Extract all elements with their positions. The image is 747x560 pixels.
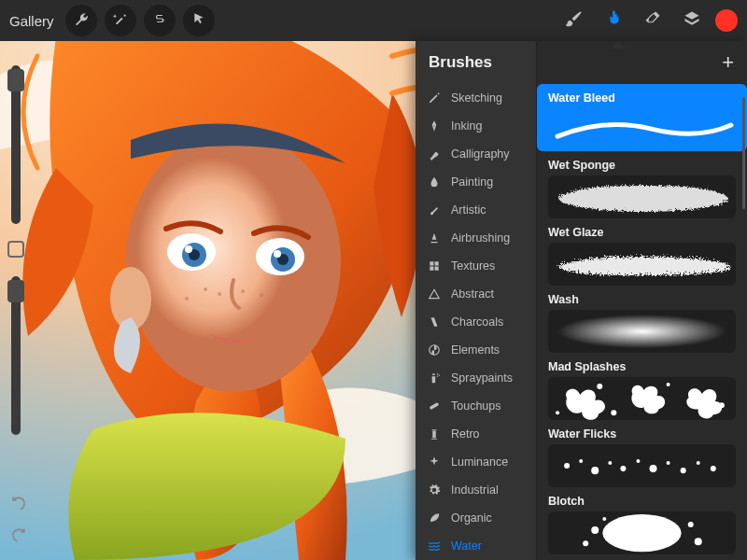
brush-name: Water Bleed (548, 91, 736, 105)
modify-button[interactable] (7, 241, 24, 258)
sparkle-icon (427, 455, 442, 469)
category-touchups[interactable]: Touchups (416, 392, 536, 420)
undo-icon (9, 495, 28, 517)
svg-point-42 (583, 540, 588, 546)
undo-button[interactable] (6, 493, 32, 519)
brush-water-flicks[interactable]: Water Flicks (537, 420, 747, 487)
svg-point-39 (591, 526, 599, 534)
svg-point-26 (556, 411, 559, 414)
svg-point-34 (667, 461, 670, 465)
category-retro[interactable]: Retro (416, 420, 536, 448)
scrollbar[interactable] (742, 97, 745, 209)
svg-point-43 (602, 517, 606, 521)
svg-point-9 (274, 250, 281, 258)
brush-name: Water Flicks (548, 427, 736, 441)
smudge-tool[interactable] (598, 5, 629, 36)
brush-preview (548, 511, 736, 554)
brush-mad-splashes[interactable]: Mad Splashes (537, 353, 747, 420)
erase-tool[interactable] (637, 5, 669, 36)
svg-point-15 (185, 297, 189, 301)
category-label: Calligraphy (451, 147, 510, 161)
color-swatch[interactable] (715, 9, 738, 32)
charcoal-icon (427, 315, 442, 329)
brush-name: Wet Sponge (548, 159, 736, 172)
adjustments-button[interactable] (105, 5, 136, 36)
brush-preview (548, 108, 736, 151)
layers-button[interactable] (676, 5, 708, 36)
transform-button[interactable] (183, 5, 215, 36)
brush-categories[interactable]: Brushes Sketching Inking Calligraphy Pai… (416, 41, 537, 560)
category-label: Retro (451, 427, 480, 441)
selection-button[interactable] (144, 5, 176, 36)
category-airbrushing[interactable]: Airbrushing (416, 224, 536, 252)
gear-icon (427, 483, 442, 497)
category-label: Elements (451, 343, 500, 357)
category-label: Sketching (451, 91, 502, 105)
brush-blotch[interactable]: Blotch (537, 487, 747, 554)
category-label: Touchups (451, 399, 501, 413)
svg-point-27 (564, 463, 570, 469)
grid-icon (427, 259, 442, 273)
gallery-button[interactable]: Gallery (9, 13, 54, 29)
redo-icon (9, 526, 28, 549)
brush-size-slider[interactable] (11, 65, 21, 224)
cursor-icon (192, 12, 205, 29)
paint-tool[interactable] (558, 5, 590, 36)
brush-wet-sponge[interactable]: Wet Sponge (537, 151, 747, 218)
topbar: Gallery (0, 0, 747, 41)
category-calligraphy[interactable]: Calligraphy (416, 140, 536, 168)
category-abstract[interactable]: Abstract (416, 280, 536, 308)
svg-point-31 (620, 466, 626, 471)
brush-opacity-thumb[interactable] (7, 280, 24, 302)
brush-water-drip[interactable]: Water Drip (537, 554, 747, 560)
brush-size-thumb[interactable] (7, 69, 24, 91)
bandage-icon (427, 399, 442, 413)
category-label: Luminance (451, 455, 508, 469)
category-label: Textures (451, 259, 495, 273)
category-organic[interactable]: Organic (416, 504, 536, 532)
category-inking[interactable]: Inking (416, 112, 536, 140)
category-label: Charcoals (451, 315, 503, 329)
category-textures[interactable]: Textures (416, 252, 536, 280)
category-spraypaints[interactable]: Spraypaints (416, 364, 536, 392)
brush-water-bleed[interactable]: Water Bleed (537, 84, 747, 151)
category-sketching[interactable]: Sketching (416, 84, 536, 112)
category-water[interactable]: Water (416, 532, 536, 560)
category-elements[interactable]: Elements (416, 336, 536, 364)
brush-wash[interactable]: Wash (537, 286, 747, 353)
category-industrial[interactable]: Industrial (416, 476, 536, 504)
paintbrush-icon (565, 9, 584, 32)
yinyang-icon (427, 343, 442, 357)
wand-icon (113, 11, 128, 30)
category-label: Painting (451, 175, 493, 189)
brush-wet-glaze[interactable]: Wet Glaze (537, 218, 747, 286)
smudge-icon (603, 8, 624, 33)
wrench-icon (74, 11, 89, 30)
category-label: Artistic (451, 203, 486, 217)
category-charcoals[interactable]: Charcoals (416, 308, 536, 336)
svg-point-19 (557, 184, 726, 210)
selection-s-icon (153, 12, 166, 29)
actions-button[interactable] (65, 5, 97, 36)
svg-point-38 (602, 514, 681, 552)
svg-point-35 (681, 468, 686, 473)
category-label: Abstract (451, 287, 494, 301)
svg-point-36 (697, 461, 700, 465)
brush-name: Blotch (548, 495, 736, 508)
svg-point-1 (126, 131, 341, 392)
brush-preview (548, 175, 736, 218)
brush-opacity-slider[interactable] (11, 276, 21, 435)
eraser-icon (643, 9, 662, 32)
add-brush-button[interactable]: + (722, 50, 734, 75)
category-label: Inking (451, 119, 482, 133)
svg-point-33 (650, 465, 657, 472)
category-painting[interactable]: Painting (416, 168, 536, 196)
category-artistic[interactable]: Artistic (416, 196, 536, 224)
redo-button[interactable] (6, 525, 32, 551)
brush-list[interactable]: + Water Bleed Wet Sponge Wet Glaze Wash … (537, 41, 747, 560)
brush-icon (427, 203, 442, 217)
category-luminance[interactable]: Luminance (416, 448, 536, 476)
brush-preview (548, 243, 736, 286)
svg-point-32 (636, 459, 640, 463)
drop-icon (427, 175, 442, 189)
